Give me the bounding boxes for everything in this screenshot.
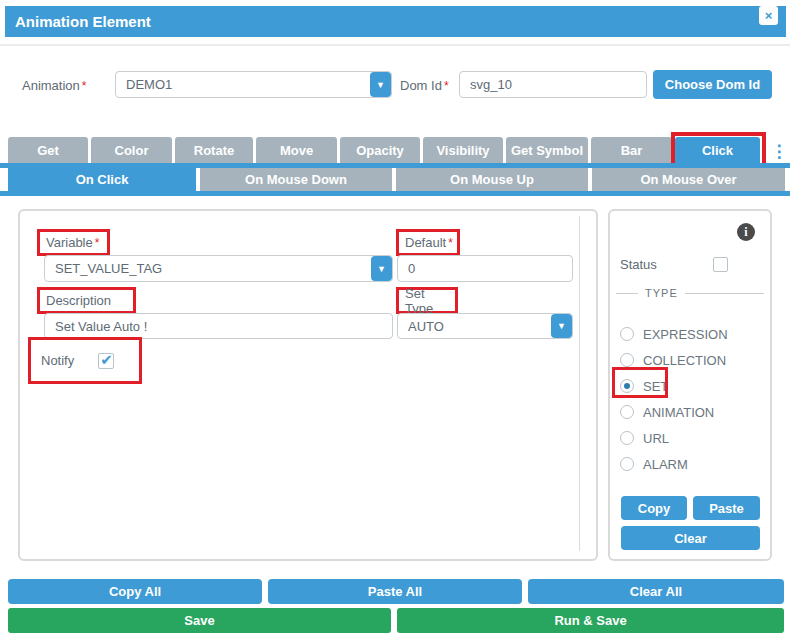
description-label: Description — [46, 293, 111, 308]
type-radio-list: EXPRESSION COLLECTION SET ANIMATION URL … — [620, 321, 764, 477]
radio-option-label: ALARM — [643, 457, 688, 472]
paste-button[interactable]: Paste — [693, 496, 760, 520]
required-asterisk: * — [448, 236, 453, 250]
close-icon[interactable]: × — [759, 6, 778, 25]
tab-visibility[interactable]: Visibility — [423, 137, 503, 163]
type-legend-text: TYPE — [638, 287, 685, 299]
default-label: Default — [405, 235, 446, 250]
default-input[interactable] — [397, 255, 573, 282]
radio-button[interactable] — [620, 327, 634, 341]
radio-button[interactable] — [620, 457, 634, 471]
variable-select[interactable]: SET_VALUE_TAG ▼ — [44, 255, 393, 282]
status-row: Status — [620, 257, 760, 272]
save-button[interactable]: Save — [8, 608, 391, 633]
required-asterisk: * — [82, 79, 87, 93]
variable-label: Variable — [46, 235, 93, 250]
tab-color[interactable]: Color — [91, 137, 172, 163]
dialog-titlebar: Animation Element — [5, 6, 786, 37]
dialog-title: Animation Element — [15, 13, 151, 30]
animation-select[interactable]: DEMO1 ▼ — [115, 71, 392, 98]
animation-select-value: DEMO1 — [116, 77, 370, 92]
tab-on-mouse-up[interactable]: On Mouse Up — [396, 168, 588, 191]
tab-bar[interactable]: Bar — [591, 137, 672, 163]
dom-id-input[interactable] — [459, 71, 647, 98]
animation-tabs: Get Color Rotate Move Opacity Visibility… — [8, 137, 760, 163]
radio-button[interactable] — [620, 431, 634, 445]
tab-on-mouse-over[interactable]: On Mouse Over — [592, 168, 785, 191]
set-type-select[interactable]: AUTO ▼ — [397, 313, 573, 339]
tab-move[interactable]: Move — [256, 137, 337, 163]
radio-option-set[interactable]: SET — [620, 373, 764, 399]
header-separator — [0, 44, 790, 46]
tab-rotate[interactable]: Rotate — [175, 137, 253, 163]
chevron-down-icon[interactable]: ▼ — [371, 256, 392, 281]
status-label: Status — [620, 257, 657, 272]
annotation-highlight-set-type: Set Type — [396, 287, 458, 314]
radio-option-url[interactable]: URL — [620, 425, 764, 451]
clear-button[interactable]: Clear — [621, 526, 760, 550]
clear-all-button[interactable]: Clear All — [528, 579, 784, 604]
annotation-highlight-description: Description — [37, 287, 136, 314]
animation-element-dialog: Animation Element × Animation* DEMO1 ▼ D… — [0, 0, 790, 634]
tab-click[interactable]: Click — [675, 137, 760, 163]
type-group-legend: TYPE — [616, 287, 764, 299]
radio-option-label: ANIMATION — [643, 405, 714, 420]
dom-id-label-text: Dom Id — [400, 78, 442, 93]
radio-option-label: COLLECTION — [643, 353, 726, 368]
event-tabs: On Click On Mouse Down On Mouse Up On Mo… — [8, 168, 785, 191]
notify-checkbox[interactable] — [98, 353, 114, 369]
animation-label: Animation* — [22, 78, 86, 93]
dom-id-label: Dom Id* — [400, 78, 449, 93]
tab-get[interactable]: Get — [8, 137, 88, 163]
required-asterisk: * — [444, 79, 449, 93]
variable-select-value: SET_VALUE_TAG — [45, 261, 371, 276]
chevron-down-icon[interactable]: ▼ — [370, 72, 391, 97]
event-tab-underline-strip — [0, 191, 790, 196]
radio-option-animation[interactable]: ANIMATION — [620, 399, 764, 425]
radio-option-expression[interactable]: EXPRESSION — [620, 321, 764, 347]
radio-button[interactable] — [620, 379, 634, 393]
tab-opacity[interactable]: Opacity — [340, 137, 420, 163]
radio-option-label: EXPRESSION — [643, 327, 728, 342]
paste-all-button[interactable]: Paste All — [268, 579, 522, 604]
radio-option-collection[interactable]: COLLECTION — [620, 347, 764, 373]
required-asterisk: * — [95, 236, 100, 250]
copy-all-button[interactable]: Copy All — [8, 579, 262, 604]
radio-option-label: URL — [643, 431, 669, 446]
set-type-select-value: AUTO — [398, 319, 551, 334]
info-icon[interactable]: i — [737, 223, 755, 241]
annotation-highlight-default: Default* — [396, 229, 460, 256]
editor-panel: Variable* SET_VALUE_TAG ▼ Default* Descr… — [18, 209, 598, 561]
notify-label: Notify — [41, 353, 74, 368]
radio-option-alarm[interactable]: ALARM — [620, 451, 764, 477]
radio-button[interactable] — [620, 405, 634, 419]
run-and-save-button[interactable]: Run & Save — [397, 608, 784, 633]
copy-button[interactable]: Copy — [621, 496, 687, 520]
tab-get-symbol[interactable]: Get Symbol — [506, 137, 588, 163]
annotation-highlight-notify: Notify — [28, 337, 142, 384]
annotation-highlight-variable: Variable* — [37, 229, 110, 256]
tab-on-click[interactable]: On Click — [8, 168, 196, 191]
panel-scrollbar[interactable] — [579, 216, 580, 551]
choose-dom-id-button[interactable]: Choose Dom Id — [653, 70, 772, 99]
radio-button[interactable] — [620, 353, 634, 367]
animation-label-text: Animation — [22, 78, 80, 93]
tab-on-mouse-down[interactable]: On Mouse Down — [200, 168, 392, 191]
status-checkbox[interactable] — [713, 257, 728, 272]
more-options-icon[interactable]: ⋮ — [771, 139, 787, 163]
description-input[interactable] — [44, 313, 393, 339]
set-type-label: Set Type — [405, 286, 449, 316]
radio-option-label: SET — [643, 379, 668, 394]
type-panel: i Status TYPE EXPRESSION COLLECTION SET — [608, 209, 772, 561]
chevron-down-icon[interactable]: ▼ — [551, 314, 572, 338]
